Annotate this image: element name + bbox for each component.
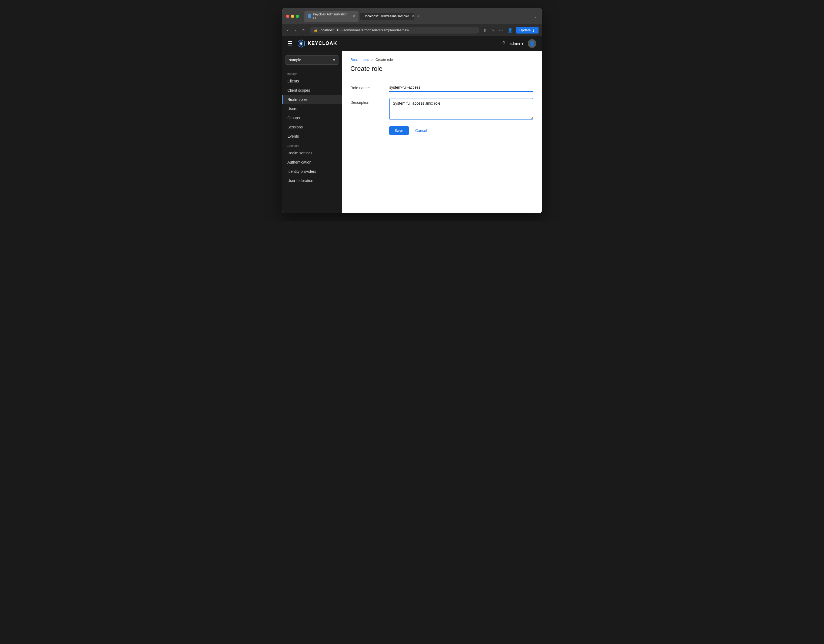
sidebar-item-users-label: Users bbox=[287, 106, 297, 111]
description-label: Description bbox=[351, 98, 383, 105]
breadcrumb-link-realm-roles[interactable]: Realm roles bbox=[351, 58, 369, 61]
sidebar-item-events[interactable]: Events bbox=[282, 132, 342, 141]
sidebar-item-events-label: Events bbox=[287, 134, 299, 138]
main-layout: sample ▾ Manage Clients Client scopes Re… bbox=[282, 51, 542, 213]
realm-selector[interactable]: sample ▾ bbox=[286, 55, 338, 65]
hamburger-menu-icon[interactable]: ☰ bbox=[287, 40, 292, 47]
reload-button[interactable]: ↻ bbox=[300, 27, 307, 33]
save-button[interactable]: Save bbox=[389, 126, 409, 135]
browser-toolbar-actions: ⬆ ☆ ▭ 👤 Update ⋮ bbox=[482, 26, 538, 34]
sidebar-item-groups-label: Groups bbox=[287, 116, 300, 120]
new-tab-button[interactable]: + bbox=[417, 14, 420, 19]
app-container: ☰ KEYCLOAK ? admin ▾ 👤 bbox=[282, 36, 542, 213]
update-button[interactable]: Update ⋮ bbox=[516, 27, 538, 34]
update-button-label: Update bbox=[519, 28, 531, 32]
role-name-label: Role name* bbox=[351, 83, 383, 90]
tab-1-label: Keycloak Administration UI bbox=[313, 12, 350, 20]
address-text: localhost:8180/admin/master/console/#/sa… bbox=[320, 28, 409, 32]
sidebar-item-authentication[interactable]: Authentication bbox=[282, 158, 342, 167]
sidebar-item-realm-roles-label: Realm roles bbox=[287, 97, 307, 101]
sidebar-item-sessions[interactable]: Sessions bbox=[282, 123, 342, 132]
content-area: Realm roles > Create role Create role Ro… bbox=[342, 51, 542, 213]
back-button[interactable]: ‹ bbox=[286, 27, 290, 33]
description-group: Description bbox=[351, 98, 533, 120]
maximize-button[interactable] bbox=[296, 15, 299, 18]
page-title: Create role bbox=[351, 65, 533, 77]
sidebar-item-identity-providers[interactable]: Identity providers bbox=[282, 167, 342, 176]
sidebar-item-clients[interactable]: Clients bbox=[282, 77, 342, 86]
help-icon[interactable]: ? bbox=[502, 40, 505, 46]
tab-manager-icon[interactable]: ▭ bbox=[498, 26, 504, 34]
sidebar-item-user-federation[interactable]: User federation bbox=[282, 176, 342, 185]
profile-icon[interactable]: 👤 bbox=[506, 26, 514, 34]
address-bar[interactable]: 🔒 localhost:8180/admin/master/console/#/… bbox=[310, 27, 479, 34]
sidebar: sample ▾ Manage Clients Client scopes Re… bbox=[282, 51, 342, 213]
sidebar-item-user-federation-label: User federation bbox=[287, 178, 313, 183]
address-bar-row: ‹ › ↻ 🔒 localhost:8180/admin/master/cons… bbox=[282, 24, 542, 36]
logo-text: KEYCLOAK bbox=[307, 40, 337, 46]
avatar[interactable]: 👤 bbox=[528, 39, 537, 48]
required-star: * bbox=[369, 86, 370, 90]
description-textarea[interactable] bbox=[389, 98, 533, 120]
tab-bar: Keycloak Administration UI ✕ localhost:8… bbox=[304, 11, 530, 22]
toolbar-actions: ⌄ bbox=[532, 13, 538, 20]
tab-2-close[interactable]: ✕ bbox=[412, 14, 414, 18]
forward-button[interactable]: › bbox=[293, 27, 297, 33]
admin-menu-button[interactable]: admin ▾ bbox=[510, 41, 523, 46]
breadcrumb-current: Create role bbox=[375, 58, 393, 61]
sidebar-item-clients-label: Clients bbox=[287, 79, 299, 83]
form-actions: Save Cancel bbox=[389, 126, 533, 135]
browser-window: Keycloak Administration UI ✕ localhost:8… bbox=[282, 8, 542, 213]
cancel-button[interactable]: Cancel bbox=[412, 126, 430, 135]
breadcrumb-separator: > bbox=[371, 58, 374, 61]
browser-titlebar: Keycloak Administration UI ✕ localhost:8… bbox=[282, 8, 542, 24]
admin-label: admin bbox=[510, 41, 520, 46]
sidebar-item-realm-settings-label: Realm settings bbox=[287, 151, 312, 155]
role-name-group: Role name* bbox=[351, 83, 533, 92]
sidebar-item-authentication-label: Authentication bbox=[287, 160, 311, 164]
sidebar-item-identity-providers-label: Identity providers bbox=[287, 169, 316, 174]
admin-chevron-icon: ▾ bbox=[521, 41, 523, 46]
tab-favicon-1 bbox=[307, 14, 311, 18]
avatar-icon: 👤 bbox=[529, 40, 535, 46]
svg-point-2 bbox=[300, 43, 302, 45]
chevron-down-icon[interactable]: ⌄ bbox=[532, 13, 538, 20]
update-chevron-icon: ⋮ bbox=[532, 28, 535, 32]
sidebar-item-realm-roles[interactable]: Realm roles bbox=[282, 95, 342, 104]
sidebar-item-groups[interactable]: Groups bbox=[282, 113, 342, 123]
realm-selector-chevron-icon: ▾ bbox=[333, 58, 335, 62]
lock-icon: 🔒 bbox=[314, 28, 318, 32]
close-button[interactable] bbox=[286, 15, 289, 18]
sidebar-item-client-scopes-label: Client scopes bbox=[287, 88, 310, 92]
tab-1[interactable]: Keycloak Administration UI ✕ bbox=[304, 11, 358, 22]
top-nav: ☰ KEYCLOAK ? admin ▾ 👤 bbox=[282, 36, 542, 51]
upload-icon[interactable]: ⬆ bbox=[482, 26, 488, 34]
sidebar-item-users[interactable]: Users bbox=[282, 104, 342, 113]
breadcrumb: Realm roles > Create role bbox=[351, 58, 533, 61]
tab-1-close[interactable]: ✕ bbox=[352, 14, 355, 18]
sidebar-item-realm-settings[interactable]: Realm settings bbox=[282, 148, 342, 158]
logo: KEYCLOAK bbox=[297, 39, 337, 48]
manage-section-label: Manage bbox=[282, 69, 342, 77]
tab-2-label: localhost:8180/realms/sample/ bbox=[365, 14, 409, 18]
sidebar-item-client-scopes[interactable]: Client scopes bbox=[282, 86, 342, 95]
top-nav-right: ? admin ▾ 👤 bbox=[502, 39, 537, 48]
traffic-lights bbox=[286, 15, 299, 18]
keycloak-logo-icon bbox=[297, 39, 306, 48]
minimize-button[interactable] bbox=[291, 15, 294, 18]
realm-name: sample bbox=[289, 58, 301, 62]
configure-section-label: Configure bbox=[282, 141, 342, 148]
tab-2[interactable]: localhost:8180/realms/sample/ ✕ bbox=[360, 13, 414, 20]
bookmark-icon[interactable]: ☆ bbox=[490, 26, 496, 34]
role-name-input[interactable] bbox=[389, 83, 533, 92]
sidebar-item-sessions-label: Sessions bbox=[287, 125, 303, 129]
